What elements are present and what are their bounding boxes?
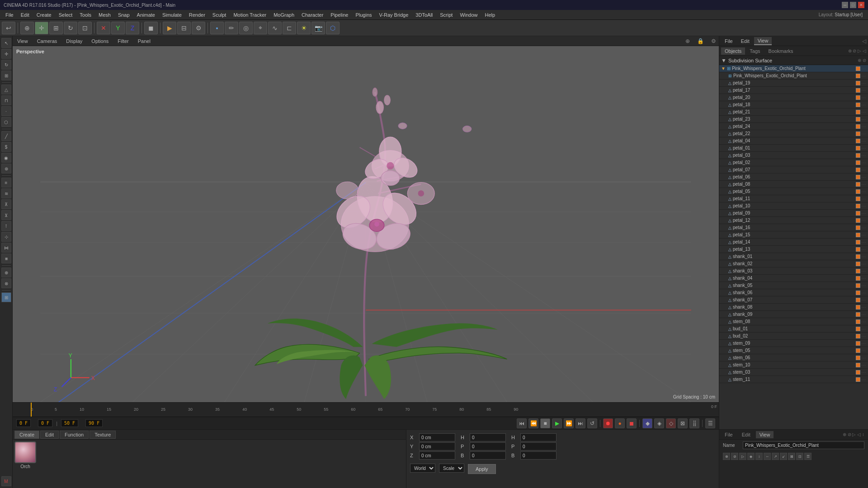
rb-icon-1[interactable]: ⊕ — [723, 453, 730, 460]
rb-icon-10[interactable]: ⊡ — [796, 453, 803, 460]
prev-frame-btn[interactable]: ⏪ — [528, 418, 538, 428]
timeline-ruler[interactable]: 0 5 10 15 20 25 30 35 40 45 50 55 60 65 … — [13, 403, 719, 413]
tree-item[interactable]: △ shank_04 ··· — [719, 275, 868, 282]
coord-system-select[interactable]: World Local — [410, 464, 435, 473]
render-region-btn[interactable]: ⊟ — [177, 22, 191, 34]
vp-lock-btn[interactable]: 🔒 — [697, 38, 704, 44]
tree-item[interactable]: △ petal_17 ··· — [719, 87, 868, 94]
rb-icon-4[interactable]: ◈ — [747, 453, 755, 460]
apply-button[interactable]: Apply — [468, 464, 496, 474]
tool-scale[interactable]: ⊞ — [1, 70, 11, 80]
tree-root[interactable]: ▼ ⊞ Pink_Whispers_Exotic_Orchid_Plant ··… — [719, 65, 868, 72]
tool-q3[interactable]: ⊼ — [1, 199, 11, 209]
menu-script[interactable]: Script — [436, 11, 456, 19]
tab-create[interactable]: Create — [14, 431, 39, 439]
tree-item[interactable]: △ petal_02 ··· — [719, 159, 868, 166]
coord-p-input[interactable] — [470, 442, 506, 450]
tool-s1[interactable]: ◉ — [1, 153, 11, 163]
loop-btn[interactable]: ↺ — [587, 418, 597, 428]
tree-item[interactable]: △ petal_14 ··· — [719, 239, 868, 246]
scene-tree[interactable]: ▼ ⊞ Pink_Whispers_Exotic_Orchid_Plant ··… — [719, 65, 868, 429]
tree-item[interactable]: △ petal_15 ··· — [719, 231, 868, 239]
tree-item[interactable]: △ petal_18 ··· — [719, 101, 868, 108]
tree-item[interactable]: △ bud_01 ··· — [719, 325, 868, 333]
menu-edit[interactable]: Edit — [17, 11, 33, 19]
spline-btn[interactable]: ⌖ — [254, 22, 267, 34]
menu-plugins[interactable]: Plugins — [352, 11, 375, 19]
menu-snap[interactable]: Snap — [114, 11, 133, 19]
close-btn[interactable]: ✕ — [858, 2, 864, 8]
coord-size-h-input[interactable] — [520, 433, 557, 441]
tab-bookmarks[interactable]: Bookmarks — [765, 47, 797, 55]
key-add-btn[interactable]: ◆ — [642, 418, 652, 428]
menu-character[interactable]: Character — [298, 11, 327, 19]
x-axis-btn[interactable]: ✕ — [97, 22, 110, 34]
coord-size-p-input[interactable] — [520, 442, 557, 450]
tab-tags[interactable]: Tags — [746, 47, 764, 55]
tree-item[interactable]: △ shank_08 ··· — [719, 304, 868, 311]
tab-function[interactable]: Function — [60, 431, 89, 439]
tree-item[interactable]: △ petal_19 ··· — [719, 80, 868, 87]
vp-menu-view[interactable]: View — [15, 38, 30, 45]
tree-item[interactable]: △ stem_09 ··· — [719, 340, 868, 347]
rb-icon-8[interactable]: ↙ — [780, 453, 787, 460]
camera-btn[interactable]: 📷 — [311, 22, 325, 34]
tool-q1[interactable]: ≡ — [1, 178, 11, 188]
render-btn[interactable]: ▶ — [163, 22, 176, 34]
right-tab-edit[interactable]: Edit — [737, 38, 753, 45]
vp-menu-cameras[interactable]: Cameras — [35, 38, 59, 45]
record-stop-btn[interactable]: ◼ — [627, 418, 637, 428]
tool-s2[interactable]: ⊛ — [1, 164, 11, 174]
transport-menu-btn[interactable]: ☰ — [705, 418, 715, 428]
tool-q7[interactable]: ⋈ — [1, 243, 11, 253]
tree-item[interactable]: △ petal_13 ··· — [719, 246, 868, 253]
move-btn[interactable]: ✛ — [35, 22, 48, 34]
y-axis-btn[interactable]: Y — [111, 22, 125, 34]
tab-edit[interactable]: Edit — [40, 431, 59, 439]
rb-tab-edit[interactable]: Edit — [738, 431, 754, 438]
tool-edge[interactable]: ⊓ — [1, 95, 11, 105]
menu-mesh[interactable]: Mesh — [95, 11, 114, 19]
menu-3dtoall[interactable]: 3DToAll — [412, 11, 436, 19]
tool-q2[interactable]: ≋ — [1, 188, 11, 198]
timeline-track[interactable] — [13, 413, 719, 417]
sculpt-tool-btn[interactable]: ◎ — [239, 22, 253, 34]
key-sel-btn[interactable]: ◈ — [654, 418, 664, 428]
tab-objects[interactable]: Objects — [721, 47, 745, 55]
transform-btn[interactable]: ⊡ — [78, 22, 92, 34]
menu-create[interactable]: Create — [33, 11, 55, 19]
rb-icon-9[interactable]: ⊠ — [788, 453, 795, 460]
record-btn[interactable]: ⏺ — [603, 418, 613, 428]
tree-item[interactable]: △ petal_01 ··· — [719, 145, 868, 152]
scale-btn[interactable]: ⊞ — [49, 22, 63, 34]
tree-item[interactable]: △ stem_03 ··· — [719, 369, 868, 376]
menu-pipeline[interactable]: Pipeline — [327, 11, 352, 19]
vp-menu-panel[interactable]: Panel — [136, 38, 152, 45]
tree-item[interactable]: △ petal_21 ··· — [719, 108, 868, 116]
tree-item[interactable]: △ shank_07 ··· — [719, 296, 868, 304]
tool-paint[interactable]: $ — [1, 142, 11, 152]
key-all-btn[interactable]: ⊠ — [678, 418, 688, 428]
menu-sculpt[interactable]: Sculpt — [209, 11, 230, 19]
tree-item[interactable]: △ petal_22 ··· — [719, 130, 868, 137]
tree-item[interactable]: △ shank_09 ··· — [719, 311, 868, 318]
python-btn[interactable]: ⬡ — [326, 22, 340, 34]
rb-icon-7[interactable]: ↗ — [772, 453, 779, 460]
z-axis-btn[interactable]: Z — [126, 22, 139, 34]
tree-item[interactable]: △ petal_23 ··· — [719, 116, 868, 123]
menu-tools[interactable]: Tools — [76, 11, 95, 19]
rb-icon-3[interactable]: ▷ — [739, 453, 746, 460]
rb-icon-5[interactable]: ↕ — [755, 453, 763, 460]
tree-item[interactable]: △ petal_07 ··· — [719, 166, 868, 174]
tool-r2[interactable]: ⊗ — [1, 278, 11, 288]
vp-menu-options[interactable]: Options — [90, 38, 110, 45]
viewport[interactable]: Perspective Grid Spacing : 10 cm — [13, 46, 719, 402]
tree-item[interactable]: △ petal_10 ··· — [719, 202, 868, 210]
right-panel-collapse[interactable]: ◁ — [862, 38, 866, 44]
next-frame-btn[interactable]: ⏩ — [564, 418, 574, 428]
material-thumbnail[interactable] — [14, 441, 36, 463]
paint-btn[interactable]: ✏ — [225, 22, 238, 34]
material-item[interactable]: Orch — [14, 441, 36, 486]
tree-item[interactable]: △ petal_08 ··· — [719, 181, 868, 188]
tool-q8[interactable]: ⋇ — [1, 253, 11, 263]
